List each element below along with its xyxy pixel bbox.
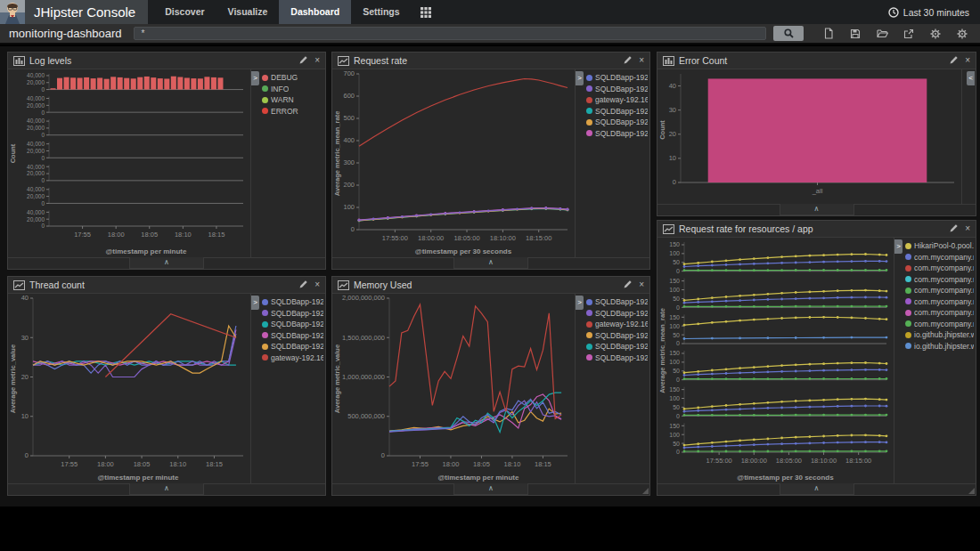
resources-chart[interactable]: 0501001500501001500501001500501001500501… [657,238,894,483]
thread-count-chart[interactable]: 01020304017:5518:0018:0518:1018:15@times… [8,294,250,483]
svg-text:400: 400 [343,136,355,144]
remove-panel-icon[interactable]: × [965,56,970,65]
edit-panel-icon[interactable] [950,56,958,66]
collapse-panel-button[interactable]: ∧ [453,483,528,495]
legend-item[interactable]: SQLDBapp-192.168.4... [586,296,648,308]
settings-button[interactable] [951,26,973,41]
legend-item[interactable]: io.github.jhipster.web.r... [905,341,974,352]
legend-color-dot [262,75,268,81]
collapse-panel-button[interactable]: ∧ [780,483,854,495]
legend-item[interactable]: com.mycompany.myap... [905,252,974,263]
legend-item[interactable]: SQLDBapp-192.168.4... [586,330,648,342]
legend-item[interactable]: com.mycompany.myap... [905,307,974,319]
legend-toggle[interactable]: > [251,296,259,310]
edit-panel-icon[interactable] [299,56,307,66]
edit-panel-icon[interactable] [624,56,632,66]
remove-panel-icon[interactable]: × [965,224,970,233]
edit-panel-icon[interactable] [624,280,632,290]
svg-text:0: 0 [676,413,680,419]
legend-item[interactable]: SQLDBapp-192.168.4... [262,341,323,352]
jhipster-logo[interactable] [0,0,25,24]
nav-settings[interactable]: Settings [351,0,411,24]
legend-item[interactable]: ERROR [262,106,323,117]
collapse-panel-button[interactable]: ∧ [129,483,204,495]
panel-header[interactable]: Request rate for resources / app × [657,221,976,238]
legend-item[interactable]: HikariPool-0.pool.Wait [905,240,974,252]
remove-panel-icon[interactable]: × [314,280,320,289]
panel-header[interactable]: Error Count × [657,53,976,69]
legend-item[interactable]: com.mycompany.myap... [905,319,974,330]
save-dashboard-button[interactable] [845,26,866,41]
panel-header[interactable]: Thread count × [8,277,325,294]
new-dashboard-button[interactable] [818,26,839,41]
legend-item[interactable]: SQLDBapp-192.168.4... [262,308,323,320]
time-picker-button[interactable]: Last 30 minutes [878,0,980,24]
nav-visualize[interactable]: Visualize [216,0,280,24]
collapse-panel-button[interactable]: ∧ [453,257,528,269]
legend-color-dot [905,265,911,271]
log-levels-chart[interactable]: 020,00040,000020,00040,000020,00040,0000… [8,69,250,257]
legend-label: com.mycompany.myap... [914,308,974,317]
legend-item[interactable]: SQLDBapp-192.168.4... [586,308,648,320]
panel-header[interactable]: Memory Used × [332,277,649,294]
remove-panel-icon[interactable]: × [314,56,320,65]
legend-toggle[interactable]: > [894,239,902,254]
apps-grid-button[interactable] [412,0,440,24]
legend-item[interactable]: com.mycompany.myap... [905,296,974,308]
legend-toggle[interactable]: > [251,71,259,85]
legend-toggle[interactable]: > [576,71,584,85]
legend-item[interactable]: com.mycompany.myap... [905,274,974,286]
error-count-chart[interactable]: 010203040_allCount [657,69,961,204]
save-icon [850,28,861,39]
svg-text:100: 100 [669,432,680,438]
open-dashboard-button[interactable] [871,26,893,41]
legend-item[interactable]: SQLDBapp-192.168.4... [586,106,648,117]
panel-header[interactable]: Request rate × [332,53,649,69]
svg-text:0: 0 [351,225,355,233]
legend-item[interactable]: com.mycompany.myap... [905,263,974,274]
collapse-panel-button[interactable]: ∧ [129,257,204,269]
legend-item[interactable]: SQLDBapp-192.168.4... [586,352,648,364]
nav-discover[interactable]: Discover [153,0,216,24]
svg-text:Average metric_mean_rate: Average metric_mean_rate [658,308,666,393]
legend-item[interactable]: DEBUG [262,72,323,84]
legend-item[interactable]: SQLDBapp-192.168.4... [262,330,323,342]
panel-header[interactable]: Log levels × [8,53,325,69]
legend-toggle[interactable]: < [967,71,975,85]
resize-handle[interactable] [642,488,649,494]
svg-text:17:55: 17:55 [61,460,78,468]
share-dashboard-button[interactable] [898,26,919,41]
query-input[interactable] [134,27,766,40]
svg-text:@timestamp per 30 seconds: @timestamp per 30 seconds [415,247,512,255]
legend-item[interactable]: io.github.jhipster.web.r... [905,329,974,341]
edit-panel-icon[interactable] [950,224,958,234]
legend-item[interactable]: SQLDBapp-192.168.4... [586,128,648,140]
legend-item[interactable]: gateway-192.168.43.8:... [586,319,648,330]
legend-item[interactable]: SQLDBapp-192.168.4... [586,72,648,84]
legend-item[interactable]: SQLDBapp-192.168.4... [262,319,323,330]
memory-used-chart[interactable]: 0500,000,0001,000,000,0001,500,000,0002,… [332,294,575,483]
legend-item[interactable]: gateway-192.168.43.8:... [586,94,648,106]
legend-item[interactable]: SQLDBapp-192.168.4... [586,341,648,352]
svg-text:0: 0 [381,451,385,459]
legend-item[interactable]: SQLDBapp-192.168.4... [262,296,323,308]
search-button[interactable] [773,26,804,41]
svg-text:20: 20 [21,373,29,381]
remove-panel-icon[interactable]: × [639,56,644,65]
edit-panel-icon[interactable] [299,280,307,290]
remove-panel-icon[interactable]: × [639,280,644,289]
legend-item[interactable]: WARN [262,94,323,106]
legend-item[interactable]: INFO [262,84,323,95]
legend-item[interactable]: com.mycompany.myap... [905,285,974,296]
resize-handle[interactable] [968,488,975,494]
collapse-panel-button[interactable]: ∧ [780,204,854,215]
request-rate-chart[interactable]: 010020030040050060070017:55:0018:00:0018… [332,69,575,257]
options-button[interactable] [925,26,946,41]
legend-item[interactable]: gateway-192.168.43.8:... [262,352,323,364]
legend-toggle[interactable]: > [576,296,584,310]
legend-item[interactable]: SQLDBapp-192.168.4... [586,117,648,128]
panel-title: Request rate for resources / app [679,223,950,234]
legend-item[interactable]: SQLDBapp-192.168.4... [586,84,648,95]
nav-dashboard[interactable]: Dashboard [279,0,351,24]
legend-label: com.mycompany.myap... [914,263,974,272]
